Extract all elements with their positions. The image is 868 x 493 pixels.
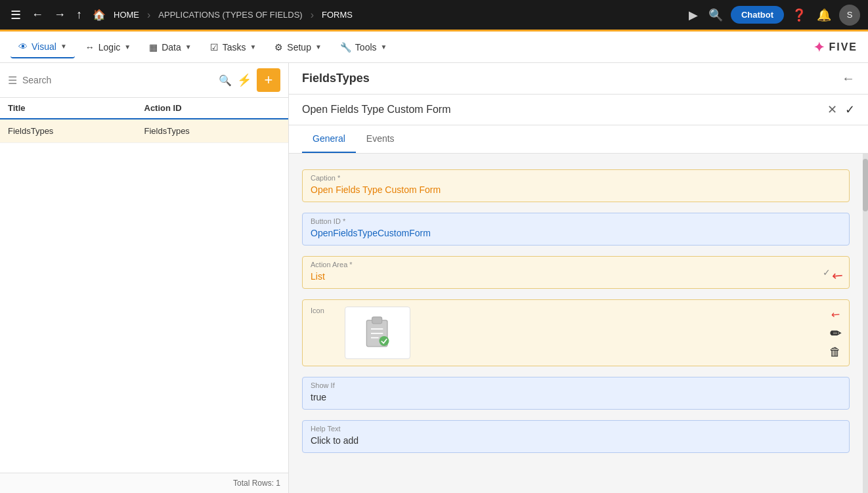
breadcrumb-forms[interactable]: FORMS (322, 10, 353, 20)
nav-data[interactable]: ▦ Data ▼ (141, 37, 199, 58)
row-action-id: FieldsTypes (144, 126, 281, 136)
button-id-label: Button ID * (303, 213, 849, 226)
nav-setup[interactable]: ⚙ Setup ▼ (267, 37, 330, 58)
tab-events[interactable]: Events (356, 125, 405, 153)
add-button[interactable]: + (257, 68, 280, 92)
icon-arrow-icon: ↗ (828, 308, 842, 323)
help-icon[interactable]: ❓ (789, 5, 809, 25)
five-logo-text: FIVE (829, 41, 857, 53)
user-avatar[interactable]: S (839, 5, 860, 26)
flash-icon[interactable]: ⚡ (237, 73, 251, 87)
up-icon[interactable]: ↑ (74, 5, 85, 24)
nav-tasks[interactable]: ☑ Tasks ▼ (202, 37, 265, 58)
table-header: Title Action ID (0, 98, 288, 119)
help-text-value[interactable]: Click to add (303, 434, 849, 452)
form-panel: Open Fields Type Custom Form ✕ ✓ General… (289, 95, 868, 493)
tasks-caret: ▼ (250, 43, 256, 51)
total-rows: Total Rows: 1 (233, 479, 280, 488)
back-icon[interactable]: ← (29, 5, 46, 24)
setup-caret: ▼ (315, 43, 322, 51)
main-layout: ☰ 🔍 ⚡ + Title Action ID FieldsTypes Fiel… (0, 63, 868, 493)
icon-label: Icon (311, 307, 337, 314)
close-icon[interactable]: ✕ (827, 102, 837, 117)
panel-back-icon[interactable]: ← (842, 71, 855, 86)
table-body: FieldsTypes FieldsTypes (0, 119, 288, 473)
column-title: Title (8, 103, 144, 113)
show-if-label: Show If (303, 377, 849, 391)
separator-1: › (147, 9, 150, 21)
filter-icon: ☰ (8, 74, 17, 87)
left-panel: ☰ 🔍 ⚡ + Title Action ID FieldsTypes Fiel… (0, 63, 289, 493)
search-icon[interactable]: 🔍 (219, 74, 232, 87)
show-if-field: Show If true (302, 377, 850, 410)
play-icon[interactable]: ▶ (686, 5, 701, 25)
caption-label: Caption * (303, 170, 849, 183)
help-text-label: Help Text (303, 421, 849, 434)
clipboard-svg (361, 313, 394, 353)
action-area-field: Action Area * List ✓ ↗ (302, 256, 850, 289)
scrollbar-track (863, 154, 868, 493)
eye-icon: 👁 (18, 41, 28, 52)
nav-logic[interactable]: ↔ Logic ▼ (77, 37, 139, 58)
top-navigation: ☰ ← → ↑ 🏠 HOME › APPLICATIONS (TYPES OF … (0, 0, 868, 32)
notification-icon[interactable]: 🔔 (814, 5, 834, 25)
logic-icon: ↔ (85, 42, 95, 53)
data-icon: ▦ (149, 42, 158, 53)
tab-general[interactable]: General (302, 125, 356, 153)
confirm-icon[interactable]: ✓ (845, 102, 855, 117)
row-title: FieldsTypes (8, 126, 144, 136)
breadcrumb-applications[interactable]: APPLICATIONS (TYPES OF FIELDS) (158, 10, 302, 20)
table-row[interactable]: FieldsTypes FieldsTypes (0, 119, 288, 143)
caption-value[interactable]: Open Fields Type Custom Form (303, 183, 849, 202)
home-icon[interactable]: 🏠 (90, 6, 108, 24)
right-panel: FieldsTypes ← Open Fields Type Custom Fo… (289, 63, 868, 493)
table-footer: Total Rows: 1 (0, 473, 288, 493)
form-content-wrapper: Caption * Open Fields Type Custom Form B… (289, 154, 868, 493)
form-content: Caption * Open Fields Type Custom Form B… (289, 154, 863, 493)
five-logo-icon: ✦ (814, 39, 825, 55)
tasks-icon: ☑ (210, 42, 219, 53)
form-title: Open Fields Type Custom Form (302, 104, 827, 116)
scrollbar-thumb[interactable] (863, 159, 868, 211)
five-logo: ✦ FIVE (814, 39, 857, 55)
forward-icon[interactable]: → (51, 5, 68, 24)
help-text-field: Help Text Click to add (302, 420, 850, 453)
chatbot-button[interactable]: Chatbot (731, 6, 784, 24)
button-id-field: Button ID * OpenFieldsTypeCustomForm (302, 213, 850, 246)
search-bar: ☰ 🔍 ⚡ + (0, 63, 288, 98)
tools-icon: 🔧 (340, 42, 351, 53)
form-tabs: General Events (289, 125, 868, 154)
icon-preview (345, 307, 410, 359)
hamburger-icon[interactable]: ☰ (8, 5, 24, 25)
breadcrumb-home[interactable]: HOME (114, 10, 139, 20)
button-id-value[interactable]: OpenFieldsTypeCustomForm (303, 226, 849, 245)
right-panel-header: FieldsTypes ← (289, 63, 868, 95)
search-nav-icon[interactable]: 🔍 (706, 5, 726, 25)
form-header: Open Fields Type Custom Form ✕ ✓ (289, 95, 868, 125)
action-area-value[interactable]: List (303, 270, 849, 288)
secondary-navigation: 👁 Visual ▼ ↔ Logic ▼ ▦ Data ▼ ☑ Tasks ▼ … (0, 32, 868, 63)
nav-visual[interactable]: 👁 Visual ▼ (11, 36, 75, 58)
icon-field-container: Icon (302, 299, 850, 366)
show-if-value[interactable]: true (303, 391, 849, 409)
nav-tools[interactable]: 🔧 Tools ▼ (332, 37, 395, 58)
svg-rect-1 (372, 317, 382, 324)
icon-delete-icon[interactable]: 🗑 (829, 345, 841, 359)
panel-title: FieldsTypes (302, 72, 842, 85)
separator-2: › (311, 9, 314, 21)
logic-caret: ▼ (124, 43, 131, 51)
caption-field: Caption * Open Fields Type Custom Form (302, 169, 850, 202)
search-input[interactable] (22, 75, 213, 85)
visual-caret: ▼ (60, 43, 67, 50)
action-area-label: Action Area * (303, 257, 849, 270)
icon-edit-icon[interactable]: ✏ (830, 326, 841, 341)
svg-point-5 (380, 336, 389, 346)
column-action-id: Action ID (144, 103, 281, 113)
data-caret: ▼ (185, 43, 192, 51)
tools-caret: ▼ (381, 43, 387, 51)
setup-icon: ⚙ (274, 42, 283, 53)
